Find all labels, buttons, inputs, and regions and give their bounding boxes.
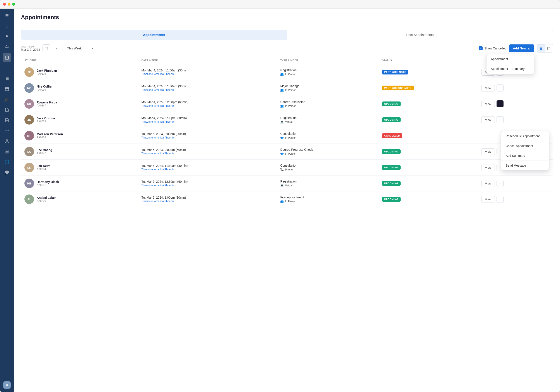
tab-past-appointments[interactable]: Past Appointments	[287, 30, 553, 40]
sidebar-item-appointments[interactable]	[3, 53, 11, 62]
globe-icon[interactable]: 🌐	[3, 158, 11, 166]
flag-icon[interactable]: ⚑	[3, 32, 11, 41]
report-icon[interactable]	[3, 116, 11, 124]
calendar-view-button[interactable]	[545, 44, 553, 52]
col-status: STATUS	[379, 57, 478, 64]
date-time-3: Mo, Mar 4, 2024, 1:30pm (30min)	[141, 116, 273, 120]
view-button-2[interactable]: View	[481, 101, 495, 107]
content-area: Appointments Past Appointments Date Rang…	[14, 24, 560, 392]
student-name-7[interactable]: Harmony Black	[37, 180, 59, 184]
datetime-cell-1: Mo, Mar 4, 2024, 11:30am (30min) Timezon…	[138, 80, 277, 96]
student-name-6[interactable]: Lau Keith	[37, 164, 50, 168]
date-range-value: Mar 3-9, 2024	[21, 48, 40, 51]
col-datetime: DATE & TIME	[138, 57, 277, 64]
page-header: Appointments	[14, 9, 560, 24]
show-cancelled-toggle[interactable]: ✓ Show Cancelled	[479, 46, 506, 50]
student-avatar-0: JF	[24, 67, 34, 77]
view-toggle: ☰	[537, 44, 553, 52]
dropdown-item-appointment[interactable]: Appointment	[487, 54, 534, 64]
mode-label-4: In Person	[285, 136, 296, 139]
table-row: MP Madison Peterson AA0109 Tu, Mar 5, 20…	[21, 128, 553, 144]
list-view-button[interactable]: ☰	[537, 44, 545, 52]
view-button-8[interactable]: View	[481, 196, 495, 203]
view-button-3[interactable]: View	[481, 116, 495, 123]
list-icon[interactable]	[3, 74, 11, 83]
dropdown-item-add-summary[interactable]: Add Summary	[501, 151, 549, 161]
contact-icon[interactable]	[3, 147, 11, 156]
calendar-picker-button[interactable]	[42, 44, 50, 52]
dropdown-item-reschedule[interactable]: Reschedule Appointment	[501, 131, 549, 141]
student-name-3[interactable]: Jack Corona	[37, 116, 55, 120]
close-dot[interactable]	[3, 3, 6, 6]
mode-8: 👥 In Person	[280, 200, 375, 203]
mode-icon-0: 👥	[280, 73, 284, 76]
status-cell-0: PAST WITH NOTE	[379, 64, 478, 80]
page-title: Appointments	[21, 14, 553, 21]
dropdown-item-cancel[interactable]: Cancel Appointment	[501, 141, 549, 151]
table-row: RK Rowena Kirby AA0347 Mo, Mar 4, 2024, …	[21, 96, 553, 112]
student-name-5[interactable]: Lee Chang	[37, 148, 52, 152]
menu-icon[interactable]: ☰	[3, 11, 11, 20]
more-button-2[interactable]: ···	[497, 100, 503, 107]
minimize-dot[interactable]	[8, 3, 10, 6]
table-row: NC Nile Collier AA0099 Mo, Mar 4, 2024, …	[21, 80, 553, 96]
table-row: LC Lee Chang AA0347 Tu, Mar 5, 2024, 9:0…	[21, 144, 553, 160]
student-name-0[interactable]: Jack Finnigan	[37, 69, 57, 72]
chart-icon[interactable]	[3, 64, 11, 72]
actions-cell-3: View ···	[478, 112, 553, 128]
type-name-7: Registration	[280, 180, 375, 183]
graduation-icon[interactable]: 🎓	[3, 95, 11, 104]
more-button-3[interactable]: ···	[497, 116, 503, 123]
home-icon[interactable]: ⌂	[3, 22, 11, 30]
maximize-dot[interactable]	[12, 3, 15, 6]
tab-appointments[interactable]: Appointments	[21, 30, 287, 40]
prev-week-button[interactable]: ‹	[53, 45, 60, 52]
user-avatar[interactable]: U	[3, 381, 11, 389]
student-name-1[interactable]: Nile Collier	[37, 85, 52, 88]
mode-4: 👥 In Person	[280, 136, 375, 139]
show-cancelled-checkbox[interactable]: ✓	[479, 46, 483, 50]
student-name-8[interactable]: Anabel Laker	[37, 196, 56, 200]
timezone-3: Timezone: America/Phoenix	[141, 120, 273, 123]
view-button-1[interactable]: View	[481, 85, 495, 91]
student-id-2: AA0347	[37, 104, 57, 107]
dropdown-item-send-message[interactable]: Send Message	[501, 161, 549, 170]
notes-icon[interactable]: ✏	[3, 126, 11, 135]
more-button-1[interactable]: ···	[497, 85, 503, 91]
student-name-2[interactable]: Rowena Kirby	[37, 101, 57, 104]
this-week-button[interactable]: This Week	[63, 45, 86, 52]
mode-label-3: Virtual	[285, 120, 292, 124]
message-icon[interactable]: 💬	[3, 168, 11, 177]
view-button-5[interactable]: View	[481, 148, 495, 155]
date-time-8: Tu, Mar 5, 2024, 1:00pm (30min)	[141, 196, 273, 199]
svg-rect-1	[5, 56, 9, 59]
type-cell-4: Consultation 👥 In Person	[277, 128, 379, 144]
more-button-8[interactable]: ···	[497, 196, 503, 203]
status-cell-4: CANCELLED	[379, 128, 478, 144]
mode-icon-6: 📞	[280, 168, 284, 171]
view-button-6[interactable]: View	[481, 164, 495, 171]
more-button-7[interactable]: ···	[497, 180, 503, 187]
mode-5: 👥 In Person	[280, 152, 375, 155]
table-row: HB Harmony Black AA0651 Tu, Mar 5, 2024,…	[21, 175, 553, 191]
type-name-3: Registration	[280, 116, 375, 120]
table-body: JF Jack Finnigan AA0108 Mo, Mar 4, 2024,…	[21, 64, 553, 207]
file-icon[interactable]	[3, 105, 11, 114]
type-name-2: Career Discussion	[280, 100, 375, 104]
date-time-2: Mo, Mar 4, 2024, 12:00pm (60min)	[141, 100, 273, 104]
status-cell-2: UPCOMING	[379, 96, 478, 112]
add-new-button[interactable]: Add New ▲	[509, 44, 534, 52]
dropdown-item-appointment-summary[interactable]: Appointment + Summary	[487, 64, 534, 74]
student-name-4[interactable]: Madison Peterson	[37, 132, 63, 136]
timezone-5: Timezone: America/Phoenix	[141, 152, 273, 155]
student-id-5: AA0347	[37, 152, 52, 155]
type-name-0: Registration	[280, 68, 375, 72]
student-id-1: AA0099	[37, 88, 52, 91]
student-cell-8: AL Anabel Laker AA0220	[21, 191, 138, 207]
calendar2-icon[interactable]	[3, 85, 11, 93]
next-week-button[interactable]: ›	[89, 45, 96, 52]
view-button-7[interactable]: View	[481, 180, 495, 187]
people-icon[interactable]	[3, 137, 11, 145]
users-icon[interactable]	[3, 43, 11, 51]
student-id-3: AA0033	[37, 120, 55, 123]
